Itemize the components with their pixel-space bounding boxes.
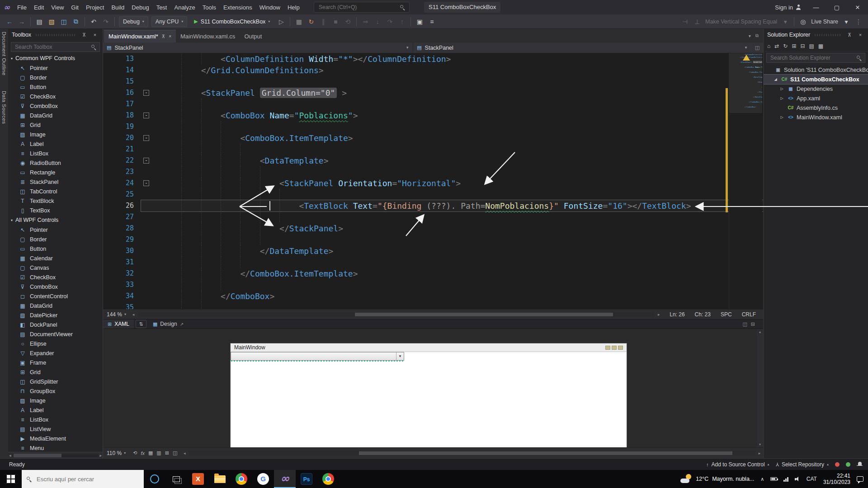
restart-icon[interactable]: ⟲ xyxy=(342,16,354,28)
taskbar-search-box[interactable] xyxy=(22,470,144,488)
close-icon[interactable]: × xyxy=(169,34,171,39)
live-share-icon[interactable]: ◎ xyxy=(797,16,809,28)
snap-to-grid-icon[interactable]: ▥ xyxy=(156,450,161,456)
taskbar-search-input[interactable] xyxy=(36,475,139,483)
scroll-left-icon[interactable]: ◂ xyxy=(130,312,137,317)
nav-forward-icon[interactable]: → xyxy=(16,16,28,28)
configuration-dropdown[interactable]: Debug▾ xyxy=(119,16,148,27)
menu-tools[interactable]: Tools xyxy=(199,0,220,14)
redo-icon[interactable]: ↷ xyxy=(100,16,112,28)
scrollbar-thumb[interactable] xyxy=(14,454,61,457)
code-text[interactable] xyxy=(152,189,763,200)
start-debugging-button[interactable]: ▶S11 ComboBoxCheckBox▾ xyxy=(190,16,274,27)
toolbox-item-listbox[interactable]: ≡ListBox xyxy=(8,415,103,424)
chevron-collapsed-icon[interactable]: ▷ xyxy=(779,96,785,100)
toolbox-item-checkbox[interactable]: ☑CheckBox xyxy=(8,92,103,101)
toolbox-item-contentcontrol[interactable]: ◻ContentControl xyxy=(8,291,103,301)
code-text[interactable]: </ComboBox.ItemTemplate> xyxy=(152,268,763,279)
toolbox-item-label[interactable]: ALabel xyxy=(8,139,103,149)
design-preview-window[interactable]: MainWindow ▼ xyxy=(230,343,627,447)
tab-design-view[interactable]: ▦ Design ↗ xyxy=(148,319,188,328)
clock[interactable]: 22:41 31/10/2023 xyxy=(823,473,850,485)
toolbox-group-all-wpf-controls[interactable]: ▾All WPF Controls xyxy=(8,215,103,225)
toolbox-item-label[interactable]: ALabel xyxy=(8,405,103,415)
home-icon[interactable]: ⌂ xyxy=(767,43,770,49)
add-to-source-control-button[interactable]: ↑ Add to Source Control ▴ xyxy=(706,461,769,468)
code-text[interactable] xyxy=(152,166,763,178)
refresh-designer-icon[interactable]: ⟲ xyxy=(133,450,137,456)
chevron-collapsed-icon[interactable]: ▷ xyxy=(779,115,785,119)
toolbox-item-textblock[interactable]: TTextBlock xyxy=(8,196,103,206)
taskbar-chrome[interactable] xyxy=(231,470,252,488)
menu-project[interactable]: Project xyxy=(82,0,108,14)
toolbox-item-dockpanel[interactable]: ◧DockPanel xyxy=(8,320,103,329)
cortana-button[interactable] xyxy=(144,470,165,488)
live-visual-tree-icon[interactable]: ▦ xyxy=(293,16,305,28)
toolbox-search-input[interactable] xyxy=(14,43,89,51)
toolbox-item-checkbox[interactable]: ☑CheckBox xyxy=(8,272,103,282)
health-indicator-icon[interactable] xyxy=(846,462,850,467)
tree-item-s11-comboboxcheckbox[interactable]: ◢C#S11 ComboBoxCheckBox xyxy=(764,75,868,84)
toolbox-item-combobox[interactable]: ⊽ComboBox xyxy=(8,101,103,111)
volume-icon[interactable] xyxy=(795,476,800,482)
menu-view[interactable]: View xyxy=(47,0,67,14)
language-indicator[interactable]: CAT xyxy=(807,476,817,482)
pop-out-icon[interactable]: ↗ xyxy=(180,322,184,327)
fold-marker[interactable] xyxy=(141,132,152,144)
tree-item-solution-s11-comboboxcheckbox[interactable]: ▣Solution 'S11 ComboBoxCheckBox xyxy=(764,65,868,75)
toolbar-overflow-icon[interactable]: ⋮ xyxy=(853,16,864,28)
align-bottoms-icon[interactable]: ⊥ xyxy=(691,16,703,28)
toolbox-item-combobox[interactable]: ⊽ComboBox xyxy=(8,282,103,291)
menu-debug[interactable]: Debug xyxy=(128,0,152,14)
start-without-debugging-icon[interactable]: ▷ xyxy=(275,16,287,28)
design-zoom-control[interactable]: 110 % ▾ xyxy=(103,450,129,456)
hidden-icons-chevron-icon[interactable]: ∧ xyxy=(760,476,764,482)
breadcrumb-segment-right[interactable]: ▤ StackPanel ▼ xyxy=(413,42,751,53)
toolbox-item-mediaelement[interactable]: ▶MediaElement xyxy=(8,434,103,443)
tab-output[interactable]: Output xyxy=(240,30,266,42)
menu-test[interactable]: Test xyxy=(153,0,171,14)
chevron-collapsed-icon[interactable]: ▷ xyxy=(779,87,785,91)
toolbox-item-rectangle[interactable]: ▭Rectangle xyxy=(8,168,103,177)
scroll-right-icon[interactable]: ▸ xyxy=(756,451,763,455)
toolbox-item-groupbox[interactable]: ⊓GroupBox xyxy=(8,386,103,396)
code-text[interactable] xyxy=(152,211,763,223)
toolbox-item-ellipse[interactable]: ○Ellipse xyxy=(8,339,103,348)
select-repository-button[interactable]: Y Select Repository ▴ xyxy=(776,461,829,468)
code-editor[interactable]: 13 <ColumnDefinition Width="*"></ColumnD… xyxy=(103,53,763,309)
code-text[interactable] xyxy=(152,234,763,245)
pin-icon[interactable]: ⊼ xyxy=(162,34,165,39)
code-text[interactable]: <TextBlock Text="{Binding (???). Path=No… xyxy=(152,200,763,211)
code-text[interactable] xyxy=(152,302,763,309)
nav-backward-icon[interactable]: ← xyxy=(4,16,15,28)
nest-files-icon[interactable]: ⊞ xyxy=(792,43,796,49)
line-ending-indicator[interactable]: CRLF xyxy=(742,311,756,318)
scroll-right-icon[interactable]: ▸ xyxy=(99,453,102,458)
undo-icon[interactable]: ↶ xyxy=(88,16,99,28)
show-all-files-icon[interactable]: ▤ xyxy=(809,43,814,49)
network-icon[interactable] xyxy=(783,477,788,482)
code-text[interactable]: </Grid.ColumnDefinitions> xyxy=(152,65,763,76)
toolbox-item-border[interactable]: ▢Border xyxy=(8,73,103,82)
fold-marker[interactable] xyxy=(141,87,152,99)
tree-item-mainwindow-xaml[interactable]: ▷<>MainWindow.xaml xyxy=(764,113,868,122)
code-text[interactable] xyxy=(152,257,763,268)
close-button[interactable]: ✕ xyxy=(847,0,868,14)
toolbox-item-frame[interactable]: ▣Frame xyxy=(8,358,103,367)
open-file-icon[interactable]: ▧ xyxy=(46,16,57,28)
swap-panes-icon[interactable]: ⇅ xyxy=(136,320,146,328)
live-share-chevron-icon[interactable]: ▾ xyxy=(840,16,852,28)
toolbox-item-datagrid[interactable]: ▦DataGrid xyxy=(8,301,103,310)
scroll-right-icon[interactable]: ▸ xyxy=(655,312,662,317)
collapse-all-icon[interactable]: ⊟ xyxy=(800,43,805,49)
editor-zoom-control[interactable]: 144 % ▾ xyxy=(103,311,130,318)
taskbar-visual-studio[interactable]: ∞ xyxy=(274,470,296,488)
tab-mainwindow-xaml[interactable]: MainWindow.xaml* ⊼ × xyxy=(104,30,176,42)
scroll-up-icon[interactable]: ▴ xyxy=(759,330,761,334)
pin-icon[interactable]: ⊼ xyxy=(80,31,88,39)
show-next-statement-icon[interactable]: ⇒ xyxy=(359,16,371,28)
scroll-down-icon[interactable]: ▾ xyxy=(759,442,761,446)
switch-views-icon[interactable]: ⇄ xyxy=(774,43,779,49)
start-button[interactable] xyxy=(0,470,22,488)
align-lefts-icon[interactable]: ⊣ xyxy=(679,16,691,28)
